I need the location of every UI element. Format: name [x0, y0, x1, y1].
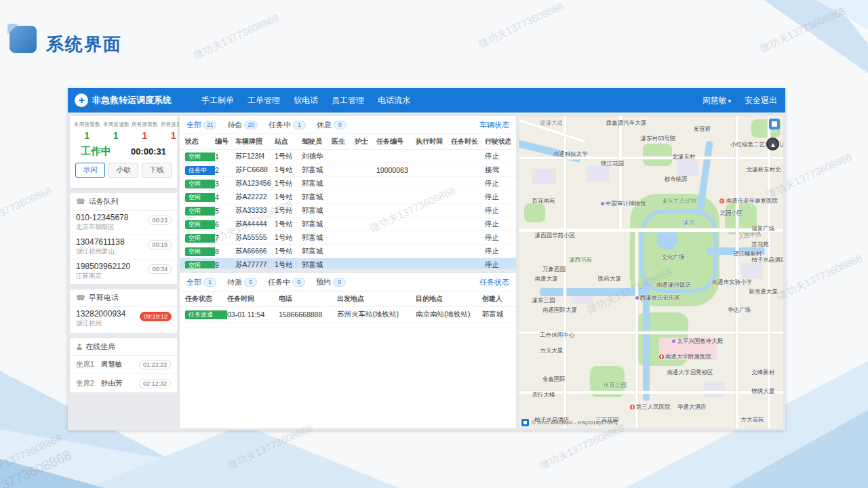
map[interactable]: 迎濠大道 森鑫源汽车大厦 友谊桥 濠东村63号院 南通科技大学 北濠东村 小红福… — [518, 115, 784, 429]
nav-menu-item[interactable]: 员工管理 — [332, 95, 364, 106]
task-row[interactable]: 任务派遣 03-01 11:54 15866668888 苏州火车站(地铁站) … — [180, 307, 516, 323]
column-header: 状态 — [185, 137, 215, 146]
nav-menu-item[interactable]: 电话流水 — [378, 95, 410, 106]
map-label: 濠河 — [683, 219, 694, 227]
vehicle-row[interactable]: 空闲 1 苏F123f4 1号站 刘德华 停止 — [180, 150, 516, 163]
nav-menu-item[interactable]: 软电话 — [294, 95, 318, 106]
map-label: 第三人民医院 — [630, 403, 671, 411]
poi-icon — [719, 199, 724, 203]
vehicle-panel: 全部 21 待命 20 任务中 1 — [179, 115, 517, 269]
column-header: 创建人 — [482, 294, 517, 304]
call-queue-item[interactable]: 13047611138 浙江杭州萧山 00:19 — [70, 235, 177, 260]
vehicle-tab[interactable]: 待命 20 — [227, 120, 257, 130]
agent-time-badge: 02:12:32 — [139, 379, 171, 388]
map-label: 北濠东村 — [672, 153, 695, 161]
poi-icon — [630, 405, 635, 409]
watermark: 微功夫13773608868 — [191, 12, 281, 62]
map-label: 锦江花园 — [601, 160, 624, 168]
vehicle-row[interactable]: 空闲 7 苏A55555 1号站 郭富城 停止 — [180, 231, 516, 245]
vehicle-status-link[interactable]: 车辆状态 — [479, 120, 509, 130]
user-menu[interactable]: 周慧敏▾ — [702, 95, 731, 106]
person-icon — [76, 344, 82, 350]
watermark: 微功夫13773608868 — [0, 184, 54, 235]
map-label: 南通大学启秀校区 — [667, 369, 713, 377]
map-label: 华达广场 — [728, 306, 751, 314]
map-layers-control[interactable] — [769, 119, 780, 129]
task-table-body: 任务派遣 03-01 11:54 15866668888 苏州火车站(地铁站) … — [180, 307, 516, 323]
status-badge: 空闲 — [185, 247, 215, 256]
task-tab[interactable]: 全部 1 — [186, 277, 216, 287]
column-header: 驾驶员 — [302, 137, 332, 146]
vehicle-row[interactable]: 空闲 4 苏A22222 1号站 郭富城 停止 — [180, 190, 516, 204]
watermark: 微功夫13773608868 — [0, 446, 75, 488]
task-tab[interactable]: 待派 0 — [227, 277, 257, 287]
status-badge: 任务中 — [185, 166, 215, 175]
map-label: 医药大厦 — [598, 275, 621, 283]
map-label: 太平兴国教寺大殿 — [672, 338, 723, 346]
wait-time-badge: 00:23 — [148, 216, 172, 225]
slide-title-icon — [9, 26, 37, 53]
work-status-label: 工作中 — [81, 145, 111, 158]
stat-item: 所有接警数 1 — [130, 121, 159, 141]
nav-menu-item[interactable]: 手工制单 — [201, 95, 234, 106]
online-agents-panel: 在线坐席 坐席1 周慧敏 01:23:23 坐席2 舒由芳 — [69, 338, 178, 393]
vehicle-row[interactable]: 空闲 6 苏A44444 1号站 郭富城 停止 — [180, 218, 516, 231]
map-compass-control[interactable] — [766, 138, 779, 150]
column-header: 执行时间 — [416, 137, 451, 146]
vehicle-row[interactable]: 空闲 8 苏A66666 1号站 郭富城 停止 — [180, 245, 516, 258]
task-status-link[interactable]: 任务状态 — [479, 277, 509, 287]
task-tabs: 全部 1 待派 0 任务中 0 — [180, 273, 516, 291]
nav-menu-item[interactable]: 工单管理 — [248, 95, 280, 106]
status-badge: 空闲 — [185, 193, 215, 202]
vehicle-tab[interactable]: 休息 0 — [317, 120, 347, 130]
mode-button[interactable]: 下线 — [142, 163, 172, 178]
call-queue-item[interactable]: 010-12345678 北京市朝阳区 00:23 — [70, 211, 177, 235]
tab-count-badge: 0 — [334, 121, 347, 129]
vehicle-tab[interactable]: 任务中 1 — [269, 120, 306, 130]
logout-button[interactable]: 安全退出 — [745, 95, 777, 106]
call-queue-panel: ☎ 话务队列 010-12345678 北京市朝阳区 00:23 1304761… — [69, 192, 178, 285]
chevron-down-icon: ▾ — [728, 98, 731, 104]
mode-buttons: 示闲小歇下线 — [70, 159, 177, 183]
column-header: 编号 — [215, 137, 235, 146]
task-tab[interactable]: 预约 0 — [316, 277, 346, 287]
stat-item: 本周接警数 1 — [73, 121, 102, 141]
sidebar: 本周接警数 1 本周派遣数 1 所有接警数 1 — [69, 115, 178, 429]
tab-count-badge: 0 — [333, 278, 346, 287]
call-queue-item[interactable]: 198503962120 江苏南京 00:34 — [70, 260, 177, 284]
stat-item: 本周派遣数 1 — [102, 121, 131, 141]
vehicle-row[interactable]: 空闲 5 苏A33333 1号站 郭富城 停止 — [180, 204, 516, 218]
app-window: ✚ 非急救转运调度系统 手工制单工单管理软电话员工管理电话流水 周慧敏▾ 安全退… — [68, 88, 785, 430]
watermark: 微功夫13773608868 — [476, 0, 566, 51]
map-label: 濠东村63号院 — [640, 135, 675, 143]
agent-item[interactable]: 坐席1 周慧敏 01:23:23 — [70, 356, 177, 374]
column-header: 目的地点 — [416, 294, 482, 304]
map-label: 南通濠河饭店 — [656, 281, 691, 289]
map-label: 金鑫国际 — [542, 375, 566, 384]
map-label: 南通科技大学 — [553, 150, 588, 159]
vehicle-tab[interactable]: 全部 21 — [186, 120, 216, 130]
status-badge: 空闲 — [185, 220, 215, 229]
early-release-item[interactable]: 13282000934 浙江杭州 09:19:12 — [70, 307, 177, 333]
vehicle-row[interactable]: 空闲 3 苏A123456 1号站 郭富城 停止 — [180, 177, 516, 190]
phone-icon: ☎ — [76, 293, 85, 302]
app-brand: ✚ 非急救转运调度系统 — [75, 94, 172, 107]
map-label: 友谊桥 — [693, 125, 711, 134]
tab-count-badge: 1 — [293, 121, 306, 129]
map-attribution: © 2020 AutoNavi - GS(2018)1709号 — [521, 419, 618, 426]
map-label: 南通市实验小学 — [712, 279, 753, 287]
online-agents-header: 在线坐席 — [70, 338, 177, 356]
mode-button[interactable]: 示闲 — [75, 163, 105, 178]
map-label: 文化广场 — [662, 253, 685, 262]
vehicle-row[interactable]: 任务中 2 苏FC6688 1号站 郭富城 10000063 接驾 — [180, 163, 516, 177]
map-label: 锦绣大厦 — [751, 388, 774, 396]
task-tab[interactable]: 任务中 0 — [268, 277, 305, 287]
vehicle-row[interactable]: 空闲 9 苏A77777 1号站 郭富城 停止 — [180, 258, 516, 269]
presentation-slide: 系统界面 ✚ 非急救转运调度系统 手工制单工单管理软电话员工管理电话流水 周慧敏… — [0, 0, 868, 488]
status-badge: 空闲 — [185, 234, 215, 243]
agent-item[interactable]: 坐席2 舒由芳 02:12:32 — [70, 374, 177, 392]
early-release-header: ☎ 早释电话 — [70, 289, 177, 307]
column-header: 出发地点 — [337, 294, 416, 304]
mode-button[interactable]: 小歇 — [108, 163, 138, 178]
map-label: 迎濠大道 — [540, 119, 563, 127]
